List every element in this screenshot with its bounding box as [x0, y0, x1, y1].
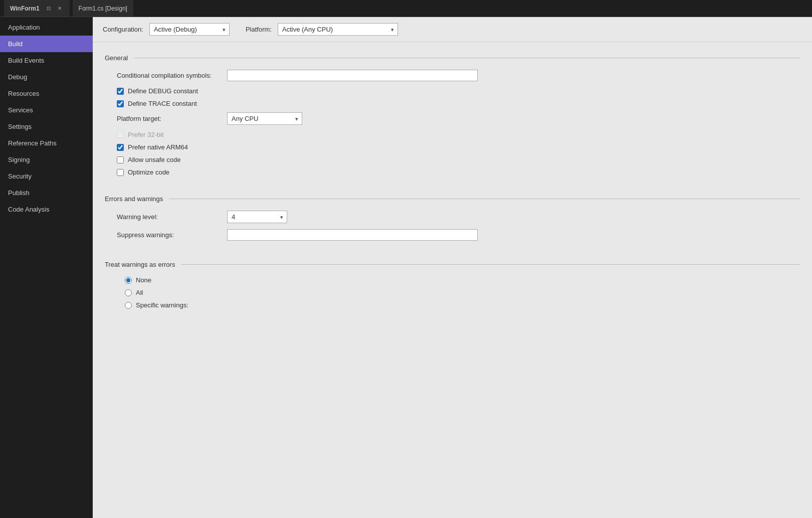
define-trace-label: Define TRACE constant	[128, 100, 197, 107]
prefer-native-arm64-row: Prefer native ARM64	[105, 143, 800, 151]
none-radio[interactable]	[125, 277, 132, 284]
project-tab[interactable]: WinForm1 ⊡ ✕	[4, 0, 70, 17]
optimize-code-label: Optimize code	[128, 168, 169, 176]
general-title: General	[105, 54, 128, 62]
sidebar-item-build[interactable]: Build	[0, 36, 93, 52]
design-tab[interactable]: Form1.cs [Design]	[73, 0, 133, 17]
errors-title: Errors and warnings	[105, 195, 163, 203]
optimize-code-row: Optimize code	[105, 168, 800, 176]
define-debug-row: Define DEBUG constant	[105, 87, 800, 95]
specific-radio-label: Specific warnings:	[136, 301, 188, 309]
specific-radio-row: Specific warnings:	[105, 301, 800, 309]
sidebar-item-resources[interactable]: Resources	[0, 85, 93, 102]
warning-level-select[interactable]: 4 0 1 2 3	[227, 211, 287, 223]
warning-level-row: Warning level: 4 0 1 2 3	[105, 211, 800, 223]
suppress-warnings-input[interactable]	[227, 229, 478, 241]
none-radio-row: None	[105, 276, 800, 284]
warning-level-select-wrapper[interactable]: 4 0 1 2 3	[227, 211, 287, 223]
main-layout: Application Build Build Events Debug Res…	[0, 17, 812, 518]
errors-divider	[169, 199, 800, 199]
define-trace-row: Define TRACE constant	[105, 100, 800, 107]
prefer-native-arm64-label: Prefer native ARM64	[128, 143, 188, 151]
config-bar: Configuration: Active (Debug) Debug Rele…	[93, 17, 812, 42]
suppress-warnings-label: Suppress warnings:	[117, 231, 227, 239]
platform-select[interactable]: Active (Any CPU) Any CPU x86 x64	[278, 23, 398, 36]
suppress-warnings-row: Suppress warnings:	[105, 229, 800, 241]
sidebar-item-publish[interactable]: Publish	[0, 185, 93, 201]
errors-section-header: Errors and warnings	[105, 195, 800, 203]
define-debug-label: Define DEBUG constant	[128, 87, 198, 95]
prefer-native-arm64-checkbox[interactable]	[117, 144, 124, 151]
sidebar-item-reference-paths[interactable]: Reference Paths	[0, 135, 93, 151]
general-section: General Conditional compilation symbols:…	[93, 42, 812, 189]
sidebar-item-code-analysis[interactable]: Code Analysis	[0, 201, 93, 218]
platform-target-select[interactable]: Any CPU x86 x64 ARM ARM64	[227, 112, 302, 125]
configuration-select-wrapper[interactable]: Active (Debug) Debug Release All Configu…	[149, 23, 230, 36]
platform-label: Platform:	[246, 26, 272, 33]
warning-level-label: Warning level:	[117, 213, 227, 221]
project-name: WinForm1	[10, 5, 40, 12]
sidebar: Application Build Build Events Debug Res…	[0, 17, 93, 518]
sidebar-item-settings[interactable]: Settings	[0, 118, 93, 135]
treat-warnings-header: Treat warnings as errors	[105, 261, 800, 268]
sidebar-item-services[interactable]: Services	[0, 102, 93, 118]
platform-target-row: Platform target: Any CPU x86 x64 ARM ARM…	[105, 112, 800, 125]
conditional-symbols-input[interactable]	[227, 70, 478, 81]
conditional-symbols-label: Conditional compilation symbols:	[117, 72, 227, 79]
pin-icon[interactable]: ⊡	[45, 5, 53, 13]
platform-target-label: Platform target:	[117, 115, 227, 122]
close-tab-icon[interactable]: ✕	[56, 5, 64, 13]
content-area: Configuration: Active (Debug) Debug Rele…	[93, 17, 812, 518]
none-radio-label: None	[136, 276, 151, 284]
platform-select-wrapper[interactable]: Active (Any CPU) Any CPU x86 x64	[278, 23, 398, 36]
allow-unsafe-label: Allow unsafe code	[128, 156, 181, 163]
all-radio[interactable]	[125, 289, 132, 296]
allow-unsafe-checkbox[interactable]	[117, 156, 124, 163]
platform-target-select-wrapper[interactable]: Any CPU x86 x64 ARM ARM64	[227, 112, 302, 125]
specific-radio[interactable]	[125, 302, 132, 309]
treat-warnings-divider	[181, 264, 800, 265]
prefer-32bit-checkbox[interactable]	[117, 131, 124, 138]
prefer-32bit-label: Prefer 32-bit	[128, 131, 164, 138]
configuration-select[interactable]: Active (Debug) Debug Release All Configu…	[149, 23, 230, 36]
define-trace-checkbox[interactable]	[117, 100, 124, 107]
general-divider	[134, 58, 800, 58]
errors-section: Errors and warnings Warning level: 4 0 1…	[93, 189, 812, 255]
sidebar-item-build-events[interactable]: Build Events	[0, 52, 93, 69]
all-radio-label: All	[136, 289, 143, 296]
sidebar-item-application[interactable]: Application	[0, 19, 93, 36]
prefer-32bit-row: Prefer 32-bit	[105, 131, 800, 138]
configuration-label: Configuration:	[103, 26, 143, 33]
title-bar: WinForm1 ⊡ ✕ Form1.cs [Design]	[0, 0, 812, 17]
general-section-header: General	[105, 54, 800, 62]
design-tab-label: Form1.cs [Design]	[79, 5, 127, 12]
define-debug-checkbox[interactable]	[117, 88, 124, 95]
allow-unsafe-row: Allow unsafe code	[105, 156, 800, 163]
sidebar-item-signing[interactable]: Signing	[0, 151, 93, 168]
treat-warnings-title: Treat warnings as errors	[105, 261, 175, 268]
all-radio-row: All	[105, 289, 800, 296]
sidebar-item-debug[interactable]: Debug	[0, 69, 93, 85]
conditional-symbols-row: Conditional compilation symbols:	[105, 70, 800, 81]
sidebar-item-security[interactable]: Security	[0, 168, 93, 185]
optimize-code-checkbox[interactable]	[117, 169, 124, 176]
treat-warnings-section: Treat warnings as errors None All Specif…	[93, 255, 812, 322]
